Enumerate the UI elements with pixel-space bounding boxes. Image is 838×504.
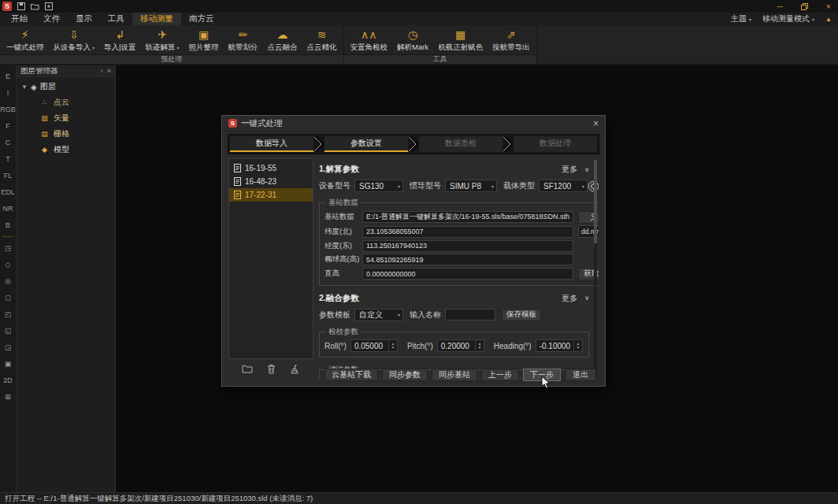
left-strip-item[interactable]: ⊞: [0, 388, 16, 405]
left-strip-item[interactable]: ◻: [0, 289, 16, 306]
left-strip-item[interactable]: ◰: [0, 306, 16, 322]
chevron-down-icon[interactable]: ▾: [176, 45, 179, 50]
ellipsoid-height-input[interactable]: 54.851092265919: [362, 254, 573, 265]
left-strip-item[interactable]: ▣: [0, 355, 16, 372]
left-strip-glyph: ◱: [5, 327, 12, 335]
clear-broom-icon[interactable]: [290, 364, 300, 374]
restore-button[interactable]: [795, 0, 814, 13]
save-template-button[interactable]: 保存模板: [502, 309, 541, 321]
left-strip-item[interactable]: ◱: [0, 322, 16, 339]
ribbon-button[interactable]: ⇗ 按航带导出: [488, 25, 535, 54]
ribbon-button[interactable]: ✈ 轨迹解算▾: [140, 25, 184, 54]
device-model-select[interactable]: SG130▾: [354, 180, 403, 192]
ribbon-button[interactable]: ⇩ 从设备导入▾: [49, 25, 100, 54]
new-project-icon[interactable]: [45, 2, 53, 10]
menu-tab[interactable]: 开始: [3, 13, 35, 25]
ribbon-button[interactable]: ≋ 点云精化: [302, 25, 342, 54]
scrollbar-thumb[interactable]: [594, 160, 597, 243]
left-strip-item[interactable]: NR: [0, 200, 16, 217]
minimize-button[interactable]: ─: [770, 0, 789, 13]
left-strip-item[interactable]: RGB: [0, 101, 16, 117]
wizard-step[interactable]: 数据质检: [419, 136, 502, 152]
left-strip-item[interactable]: ◇: [0, 256, 16, 272]
tree-node-layers[interactable]: ▼ ◈ 图层: [17, 77, 115, 94]
more-toggle-fusion[interactable]: 更多∨: [562, 293, 589, 304]
open-folder-icon[interactable]: [31, 2, 39, 10]
spinner-arrows[interactable]: ▴▾: [573, 340, 582, 351]
tree-node[interactable]: ◆ 模型: [17, 142, 115, 158]
imu-model-select[interactable]: SIMU P8▾: [445, 180, 497, 192]
left-strip-item[interactable]: I: [0, 84, 16, 101]
latitude-input[interactable]: 23.105368055007: [362, 226, 573, 238]
collapse-ribbon-icon[interactable]: ▲: [825, 16, 832, 23]
save-icon[interactable]: [17, 2, 25, 10]
left-strip-item[interactable]: C: [0, 134, 16, 150]
roll-input[interactable]: 0.05000▴▾: [350, 339, 398, 352]
base-file-input[interactable]: E:/1-普通解算一键解算多架次/16-19-55.sls/base/07581…: [362, 211, 573, 223]
param-template-select[interactable]: 自定义▾: [354, 309, 403, 321]
dialog-button[interactable]: 云基站下载: [324, 369, 378, 381]
menu-tab[interactable]: 南方云: [181, 13, 222, 25]
ellipsoid-height-label: 椭球高(高): [324, 254, 362, 265]
left-strip-item[interactable]: FL: [0, 167, 16, 183]
ribbon-button[interactable]: ☁ 点云融合: [263, 25, 302, 54]
dialog-close-icon[interactable]: ×: [593, 119, 599, 128]
left-strip-item[interactable]: ◎: [0, 272, 16, 289]
dialog-button[interactable]: 上一步: [481, 369, 519, 381]
expander-icon[interactable]: ▼: [21, 83, 28, 91]
menu-tab[interactable]: 文件: [35, 13, 68, 25]
left-strip-item[interactable]: T: [0, 150, 16, 167]
dialog-button[interactable]: 退出: [565, 369, 596, 381]
heading-input[interactable]: -0.10000▴▾: [536, 339, 583, 352]
left-strip-item[interactable]: B: [0, 217, 16, 233]
left-strip-item[interactable]: ◳: [0, 239, 16, 256]
ribbon-button[interactable]: ∧∧ 安置角检校: [346, 25, 393, 54]
tree-node[interactable]: ▨ 矢量: [17, 110, 115, 126]
delete-icon[interactable]: [267, 364, 276, 374]
theme-menu[interactable]: 主题▾: [731, 13, 751, 24]
mode-menu[interactable]: 移动测量模式▾: [762, 13, 814, 24]
carrier-type-select[interactable]: SF1200▾: [539, 180, 588, 192]
tree-node[interactable]: ∴ 点云: [17, 94, 115, 110]
ribbon-button[interactable]: ▣ 照片整理: [184, 25, 224, 54]
flight-run-item[interactable]: 16-48-23: [229, 175, 313, 188]
left-strip-item[interactable]: EDL: [0, 183, 16, 200]
spinner-arrows[interactable]: ▴▾: [388, 340, 397, 351]
dialog-button[interactable]: 同步参数: [382, 369, 428, 381]
layer-panel-close-icon[interactable]: ×: [107, 67, 111, 75]
left-strip-item[interactable]: E: [0, 68, 16, 84]
longitude-input[interactable]: 113.250167940123: [362, 240, 573, 252]
spinner-arrows[interactable]: ▴▾: [475, 340, 484, 351]
more-toggle-solve[interactable]: 更多∨: [562, 164, 589, 175]
dialog-titlebar[interactable]: S 一键式处理 ×: [222, 116, 605, 132]
menu-tab[interactable]: 移动测量: [132, 13, 181, 25]
ribbon-button[interactable]: ↲ 导入|设置: [99, 25, 140, 54]
wizard-step[interactable]: 数据处理: [514, 136, 597, 152]
direct-height-input[interactable]: 0.00000000000: [362, 268, 573, 280]
tree-node-label: 模型: [54, 144, 69, 155]
flight-run-item[interactable]: 17-22-31: [229, 188, 313, 202]
menu-tab[interactable]: 显示: [68, 13, 100, 25]
flight-run-item[interactable]: 16-19-55: [229, 161, 313, 175]
ribbon-button[interactable]: ⚡ 一键式处理: [2, 25, 49, 54]
close-button[interactable]: ×: [819, 0, 838, 13]
left-strip-item[interactable]: [0, 233, 16, 239]
ribbon-button[interactable]: ▦ 机载正射赋色: [433, 25, 488, 54]
wizard-step[interactable]: 参数设置: [324, 136, 408, 152]
tree-node[interactable]: ▤ 栅格: [17, 126, 115, 142]
ribbon-button[interactable]: ◷ 解析Mark: [392, 25, 433, 54]
wizard-step[interactable]: 数据导入: [230, 136, 313, 152]
menu-tab[interactable]: 工具: [100, 13, 132, 25]
scrollbar[interactable]: [594, 160, 597, 376]
left-strip-item[interactable]: 2D: [0, 372, 16, 388]
pitch-input[interactable]: 0.20000▴▾: [437, 339, 484, 352]
ribbon-button[interactable]: ✏ 航带划分: [224, 25, 263, 54]
chevron-down-icon[interactable]: ▾: [92, 45, 95, 50]
left-strip-item[interactable]: ◲: [0, 339, 16, 355]
left-strip-item[interactable]: F: [0, 117, 16, 134]
add-folder-icon[interactable]: [242, 364, 253, 373]
template-name-input[interactable]: [445, 309, 495, 321]
dialog-button[interactable]: 同步基站: [432, 369, 477, 381]
pin-icon[interactable]: ▫: [101, 67, 103, 75]
statusbar-text: 打开工程 -- E:/1-普通解算一键解算多架次/新建项目251030/新建项目…: [5, 494, 313, 504]
